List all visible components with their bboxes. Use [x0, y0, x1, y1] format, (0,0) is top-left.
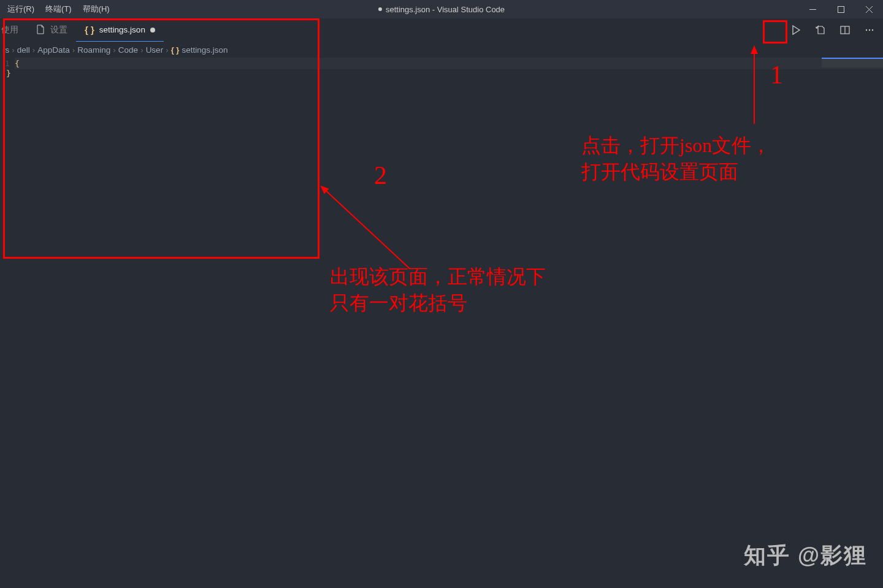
tab-modified-dot-icon — [150, 28, 155, 32]
svg-rect-0 — [838, 6, 844, 12]
split-editor-icon[interactable] — [836, 21, 854, 39]
editor-area[interactable]: 1 { } — [0, 58, 883, 588]
window-title: settings.json - Visual Studio Code — [378, 5, 505, 14]
tab-partial-label: 使用 — [1, 25, 18, 36]
bc-item[interactable]: rs — [2, 45, 9, 55]
json-icon: { } — [171, 45, 180, 55]
tab-file-label: settings.json — [99, 25, 145, 34]
maximize-button[interactable] — [827, 0, 855, 18]
file-icon — [36, 25, 45, 36]
menu-terminal[interactable]: 终端(T) — [40, 1, 77, 17]
watermark: 知乎 @影狸 — [744, 541, 867, 571]
menu-bar: 运行(R) 终端(T) 帮助(H) — [0, 1, 115, 17]
window-controls — [798, 0, 883, 18]
svg-point-4 — [869, 29, 870, 31]
tab-settings[interactable]: 设置 — [27, 18, 76, 42]
minimap[interactable] — [822, 58, 883, 67]
minimize-button[interactable] — [798, 0, 827, 18]
svg-point-5 — [872, 29, 873, 31]
modified-indicator-icon — [378, 7, 382, 11]
tab-partial[interactable]: 使用 — [0, 18, 27, 42]
chevron-right-icon: › — [32, 45, 36, 55]
open-settings-json-icon[interactable] — [812, 21, 829, 39]
tab-bar: 使用 设置 { } settings.json — [0, 18, 883, 42]
chevron-right-icon: › — [113, 45, 116, 55]
svg-point-3 — [866, 29, 867, 31]
window-title-text: settings.json - Visual Studio Code — [386, 5, 505, 14]
chevron-right-icon: › — [12, 45, 15, 55]
run-icon[interactable] — [787, 21, 805, 39]
chevron-right-icon: › — [166, 45, 169, 55]
chevron-right-icon: › — [140, 45, 143, 55]
tab-actions — [787, 18, 878, 42]
more-actions-icon[interactable] — [861, 21, 878, 39]
close-button[interactable] — [855, 0, 883, 18]
tab-settings-label: 设置 — [50, 25, 67, 36]
menu-help[interactable]: 帮助(H) — [78, 1, 115, 17]
watermark-author: @影狸 — [798, 541, 867, 571]
menu-run[interactable]: 运行(R) — [2, 1, 39, 17]
editor-line[interactable]: { — [15, 58, 883, 69]
brace-open: { — [15, 59, 20, 68]
bc-item[interactable]: Roaming — [77, 45, 110, 55]
bc-file[interactable]: settings.json — [182, 45, 227, 55]
bc-item[interactable]: AppData — [37, 45, 70, 55]
title-bar: 运行(R) 终端(T) 帮助(H) settings.json - Visual… — [0, 0, 883, 18]
watermark-brand: 知乎 — [744, 541, 790, 571]
breadcrumb[interactable]: rs › dell › AppData › Roaming › Code › U… — [0, 42, 883, 58]
bc-item[interactable]: Code — [118, 45, 138, 55]
tab-settings-json[interactable]: { } settings.json — [76, 18, 164, 42]
json-icon: { } — [85, 25, 94, 35]
line-number: 1 — [5, 59, 10, 68]
bc-item[interactable]: dell — [17, 45, 30, 55]
chevron-right-icon: › — [72, 45, 75, 55]
bc-item[interactable]: User — [146, 45, 164, 55]
brace-close: } — [6, 69, 11, 78]
